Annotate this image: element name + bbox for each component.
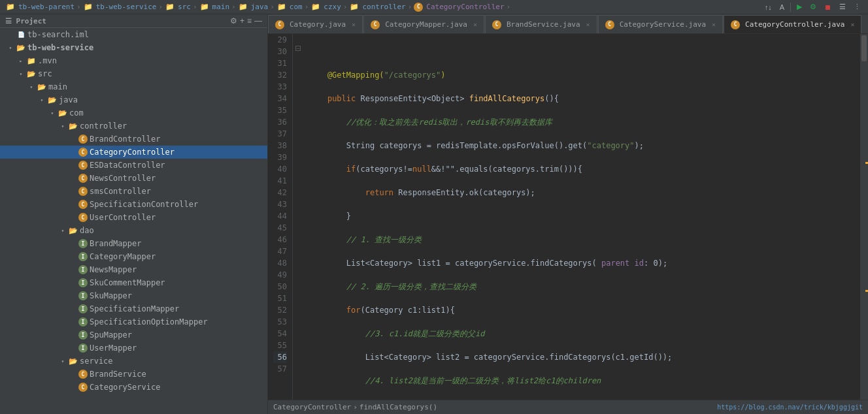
breadcrumb-item-tb-web-parent[interactable]: 📁 tb-web-parent [5,2,75,12]
tree-item-NewsMapper[interactable]: I NewsMapper [0,263,267,276]
tree-arrow [68,304,78,314]
code-line-36: } [309,210,855,222]
tree-item-com[interactable]: 📂 com [0,106,267,119]
tree-item-NewsController[interactable]: C NewsController [0,172,267,185]
tree-item-dao[interactable]: 📂 dao [0,224,267,237]
breadcrumb-item-src[interactable]: 📁 src [165,2,191,12]
breadcrumb-item-tb-web-service[interactable]: 📁 tb-web-service [83,2,157,12]
tree-item-main[interactable]: 📂 main [0,80,267,93]
breadcrumb-item-categorycontroller[interactable]: C CategoryController [414,3,504,12]
debug-icon[interactable]: ⚙ [808,3,818,11]
tree-item-tb-web-service[interactable]: 📂 tb-web-service [0,41,267,54]
code-area[interactable]: 29 30 31 32 33 34 35 36 37 38 39 40 41 4… [268,34,868,400]
breadcrumb-item-java[interactable]: 📁 java [238,2,269,12]
tab-categoryservice-java[interactable]: C CategoryService.java ✕ [598,15,723,33]
tree-item-SpecificationOptionMapper[interactable]: I SpecificationOptionMapper [0,315,267,328]
line-numbers: 29 30 31 32 33 34 35 36 37 38 39 40 41 4… [268,34,293,400]
tree-item-SpecificationMapper[interactable]: I SpecificationMapper [0,302,267,315]
code-line-42: List<Category> list2 = categoryService.f… [309,351,855,363]
scrollbar-thumb[interactable] [861,35,867,61]
tab-close-icon[interactable]: ✕ [352,21,356,28]
tree-item-SkuMapper[interactable]: I SkuMapper [0,289,267,302]
tree-item-service[interactable]: 📂 service [0,355,267,368]
class-i-icon: I [78,239,88,248]
tree-item-BrandMapper[interactable]: I BrandMapper [0,237,267,250]
tree-item-CategoryMapper[interactable]: I CategoryMapper [0,250,267,263]
sidebar-add-icon[interactable]: + [240,16,244,25]
tree-item-SpecificationController[interactable]: C SpecificationController [0,198,267,211]
code-line-31: public ResponseEntity<Object> findAllCat… [309,93,855,104]
class-i-icon: I [78,265,88,274]
tab-close-icon[interactable]: ✕ [712,21,716,28]
letter-a-btn[interactable]: A [778,3,786,11]
tree-item-mvn[interactable]: 📁 .mvn [0,54,267,67]
tab-categorymapper-java[interactable]: C CategoryMapper.java ✕ [363,15,484,33]
java-folder-icon: 📂 [47,95,58,105]
tree-arrow [58,356,68,366]
run-icon[interactable]: ▶ [795,3,804,11]
stop-icon[interactable]: ⏹ [822,3,833,11]
code-line-32: //优化：取之前先去redis取出，redis取不到再去数据库 [309,116,855,128]
tree-item-controller[interactable]: 📂 controller [0,119,267,133]
tree-item-SpuMapper[interactable]: I SpuMapper [0,328,267,342]
sidebar-config-icon[interactable]: ≡ [247,16,252,25]
class-c-icon: C [414,3,423,12]
sort-icon[interactable]: ↑↓ [763,3,774,11]
tree-arrow [58,225,68,236]
status-method-label: findAllCategorys() [359,403,437,411]
code-line-35: return ResponseEntity.ok(categorys); [309,187,855,199]
fold-gutter: − [293,34,303,400]
class-c-icon: C [78,161,88,170]
tree-item-CategoryService[interactable]: C CategoryService [0,381,267,394]
tab-icon: C [275,20,284,29]
class-c-icon: C [78,174,88,183]
tree-arrow [68,134,78,144]
code-line-30: @GetMapping("/categorys") [309,69,855,81]
breadcrumb-item-controller[interactable]: 📁 controller [349,2,405,12]
code-line-37: // 1. 查找一级分类 [309,234,855,246]
tree-item-smsController[interactable]: C smsController [0,185,267,198]
class-c-icon: C [78,135,88,144]
breadcrumb-item-com[interactable]: 📁 com [276,2,303,12]
fold-button[interactable]: − [295,46,301,51]
tree-item-src[interactable]: 📂 src [0,67,267,80]
tree-arrow [68,317,78,327]
class-i-icon: I [78,317,88,326]
class-c-icon: C [78,148,88,157]
status-bar: CategoryController › findAllCategorys() … [268,400,868,414]
tree-arrow [68,147,78,157]
tab-close-icon[interactable]: ✕ [850,21,854,28]
tree-item-BrandService[interactable]: C BrandService [0,368,267,381]
tab-brandservice-java[interactable]: C BrandService.java ✕ [485,15,597,33]
breadcrumb-actions: ↑↓ A ▶ ⚙ ⏹ ☰ ⋮ [763,3,863,12]
breadcrumb-bar: 📁 tb-web-parent › 📁 tb-web-service › 📁 s… [0,0,868,14]
code-editor[interactable]: C Category.java ✕ C CategoryMapper.java … [268,14,868,414]
class-i-icon: I [78,330,88,340]
tab-categorycontroller-java[interactable]: C CategoryController.java ✕ [724,15,861,33]
tree-item-ESDataController[interactable]: C ESDataController [0,159,267,172]
folder-icon: 📁 [5,2,16,12]
tree-item-UserMapper[interactable]: I UserMapper [0,342,267,355]
tree-arrow [68,343,78,353]
breadcrumb-item-czxy[interactable]: 📁 czxy [310,2,341,12]
tree-arrow [5,42,16,53]
tab-icon: C [731,20,740,29]
code-content[interactable]: @GetMapping("/categorys") public Respons… [303,34,860,400]
tab-category-java[interactable]: C Category.java ✕ [268,15,363,33]
breadcrumb-item-main[interactable]: 📁 main [199,2,230,12]
editor-scrollbar[interactable] [860,34,868,400]
tree-item-java[interactable]: 📂 java [0,93,267,106]
tree-item-SkuCommentMapper[interactable]: I SkuCommentMapper [0,276,267,289]
tab-close-icon[interactable]: ✕ [473,21,477,28]
tree-item-tb-search-iml[interactable]: 📄 tb-search.iml [0,28,267,41]
coverage-icon[interactable]: ☰ [837,3,848,11]
tree-item-UserController[interactable]: C UserController [0,211,267,224]
sidebar-settings-icon[interactable]: ⚙ [230,16,237,25]
menu-icon[interactable]: ⋮ [852,3,863,11]
tree-item-BrandController[interactable]: C BrandController [0,133,267,146]
sidebar-collapse-icon[interactable]: — [254,16,262,25]
tree-arrow [68,212,78,223]
folder-icon: 📁 [199,2,210,12]
tab-close-icon[interactable]: ✕ [586,21,590,28]
tree-item-CategoryController[interactable]: C CategoryController [0,146,267,159]
